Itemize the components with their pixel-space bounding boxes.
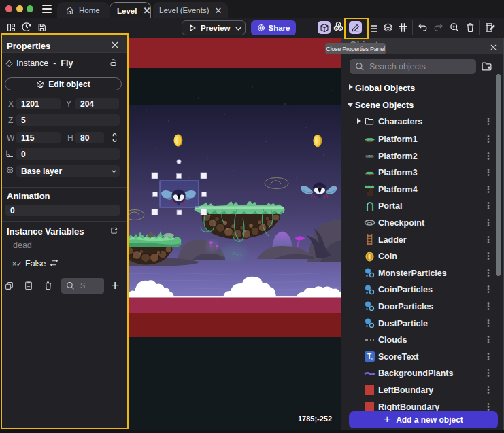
svg-text:x: x xyxy=(371,356,373,361)
svg-text:1785;-252: 1785;-252 xyxy=(298,415,332,423)
